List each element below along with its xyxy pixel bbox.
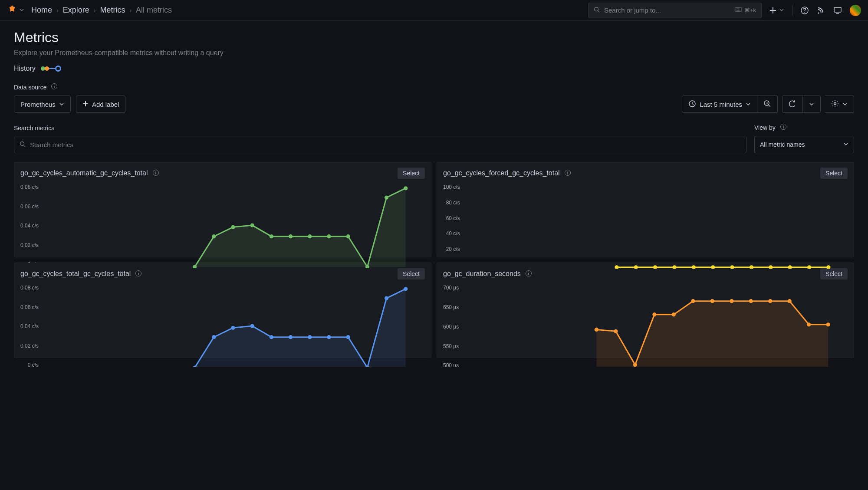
refresh-group bbox=[782, 95, 821, 113]
avatar[interactable] bbox=[850, 5, 861, 16]
info-icon[interactable] bbox=[152, 169, 159, 178]
chart-plot[interactable] bbox=[461, 283, 848, 367]
info-icon[interactable] bbox=[135, 270, 142, 278]
chart-plot[interactable] bbox=[41, 182, 425, 268]
breadcrumb: Home › Explore › Metrics › All metrics bbox=[31, 6, 172, 15]
svg-point-92 bbox=[826, 322, 830, 326]
info-icon[interactable] bbox=[780, 123, 787, 132]
time-range-group: Last 5 minutes bbox=[682, 95, 778, 113]
svg-point-42 bbox=[327, 234, 331, 238]
svg-point-39 bbox=[270, 234, 273, 238]
chevron-right-icon: › bbox=[94, 7, 96, 14]
global-search-input[interactable] bbox=[604, 7, 730, 14]
svg-point-45 bbox=[385, 195, 388, 199]
svg-point-46 bbox=[404, 186, 408, 190]
svg-point-84 bbox=[672, 312, 676, 316]
svg-rect-15 bbox=[834, 7, 841, 12]
svg-point-19 bbox=[54, 85, 55, 86]
svg-point-61 bbox=[826, 265, 830, 269]
svg-point-6 bbox=[739, 9, 740, 9]
grafana-logo-icon bbox=[7, 4, 17, 16]
monitor-icon[interactable] bbox=[833, 6, 842, 15]
search-metrics-label: Search metrics bbox=[14, 125, 54, 132]
plus-icon bbox=[82, 101, 89, 108]
svg-point-71 bbox=[308, 335, 312, 339]
svg-point-59 bbox=[788, 265, 792, 269]
svg-rect-8 bbox=[737, 10, 740, 10]
add-menu[interactable] bbox=[769, 6, 784, 15]
news-icon[interactable] bbox=[817, 6, 825, 15]
chart-plot[interactable] bbox=[41, 283, 425, 367]
info-icon[interactable] bbox=[525, 270, 532, 278]
svg-point-67 bbox=[231, 326, 235, 330]
svg-point-73 bbox=[346, 335, 350, 339]
metric-search-input[interactable] bbox=[30, 141, 741, 148]
global-search[interactable]: ⌘+k bbox=[588, 3, 762, 18]
svg-point-76 bbox=[404, 287, 408, 291]
svg-point-49 bbox=[567, 171, 568, 171]
info-icon[interactable] bbox=[564, 169, 571, 178]
zoom-out-button[interactable] bbox=[757, 95, 778, 113]
svg-point-3 bbox=[736, 9, 736, 9]
svg-point-69 bbox=[270, 335, 273, 339]
page-title: Metrics bbox=[14, 30, 854, 46]
search-icon bbox=[594, 7, 600, 14]
svg-point-43 bbox=[346, 234, 350, 238]
viewby-select[interactable]: All metric names bbox=[754, 136, 854, 153]
svg-line-28 bbox=[24, 145, 26, 147]
svg-point-7 bbox=[736, 10, 736, 10]
svg-point-58 bbox=[769, 265, 773, 269]
svg-point-0 bbox=[595, 7, 598, 11]
time-range-picker[interactable]: Last 5 minutes bbox=[682, 95, 757, 113]
breadcrumb-home[interactable]: Home bbox=[31, 6, 52, 15]
gear-icon bbox=[831, 100, 839, 109]
svg-point-66 bbox=[212, 335, 216, 339]
svg-point-27 bbox=[20, 141, 24, 145]
zoom-out-icon bbox=[763, 100, 771, 109]
help-icon[interactable] bbox=[800, 6, 809, 15]
svg-point-86 bbox=[710, 299, 714, 303]
chevron-down-icon bbox=[19, 7, 24, 14]
svg-point-9 bbox=[740, 10, 740, 10]
select-metric-button[interactable]: Select bbox=[398, 268, 425, 280]
svg-point-41 bbox=[308, 234, 312, 238]
refresh-interval-select[interactable] bbox=[803, 95, 821, 113]
svg-point-82 bbox=[633, 363, 637, 367]
info-icon[interactable] bbox=[51, 83, 58, 91]
svg-point-34 bbox=[155, 171, 156, 171]
chart-plot[interactable] bbox=[463, 182, 848, 269]
datasource-label-row: Data source bbox=[14, 83, 854, 91]
refresh-icon bbox=[789, 100, 796, 109]
svg-point-13 bbox=[804, 12, 805, 13]
svg-point-14 bbox=[818, 12, 819, 13]
svg-point-40 bbox=[289, 234, 293, 238]
svg-point-50 bbox=[615, 265, 618, 269]
history-row: History bbox=[14, 65, 854, 72]
breadcrumb-explore[interactable]: Explore bbox=[63, 6, 89, 15]
svg-point-55 bbox=[711, 265, 715, 269]
metric-panel: go_gc_cycles_total_gc_cycles_totalSelect… bbox=[14, 263, 431, 358]
breadcrumb-metrics[interactable]: Metrics bbox=[100, 6, 125, 15]
select-metric-button[interactable]: Select bbox=[820, 268, 848, 280]
chevron-right-icon: › bbox=[129, 7, 132, 14]
app-menu[interactable] bbox=[7, 4, 24, 16]
svg-point-54 bbox=[691, 265, 695, 269]
metric-search[interactable] bbox=[14, 136, 746, 153]
add-label-button[interactable]: Add label bbox=[76, 95, 126, 113]
refresh-button[interactable] bbox=[782, 95, 803, 113]
svg-point-36 bbox=[212, 234, 216, 238]
svg-line-25 bbox=[769, 105, 770, 107]
select-metric-button[interactable]: Select bbox=[398, 168, 425, 179]
svg-point-83 bbox=[653, 312, 657, 316]
y-axis: 0.08 c/s0.06 c/s0.04 c/s0.02 c/s0 c/s bbox=[20, 182, 41, 275]
panel-title: go_gc_cycles_forced_gc_cycles_total bbox=[443, 169, 560, 177]
metric-panel: go_gc_cycles_automatic_gc_cycles_totalSe… bbox=[14, 162, 431, 257]
svg-point-64 bbox=[138, 271, 139, 272]
settings-button[interactable] bbox=[825, 95, 854, 113]
svg-point-37 bbox=[231, 225, 235, 229]
history-trail-icon[interactable] bbox=[41, 66, 61, 72]
datasource-select[interactable]: Prometheus bbox=[14, 95, 71, 113]
page-subtitle: Explore your Prometheus-compatible metri… bbox=[14, 49, 854, 57]
svg-point-56 bbox=[730, 265, 734, 269]
select-metric-button[interactable]: Select bbox=[820, 168, 848, 179]
